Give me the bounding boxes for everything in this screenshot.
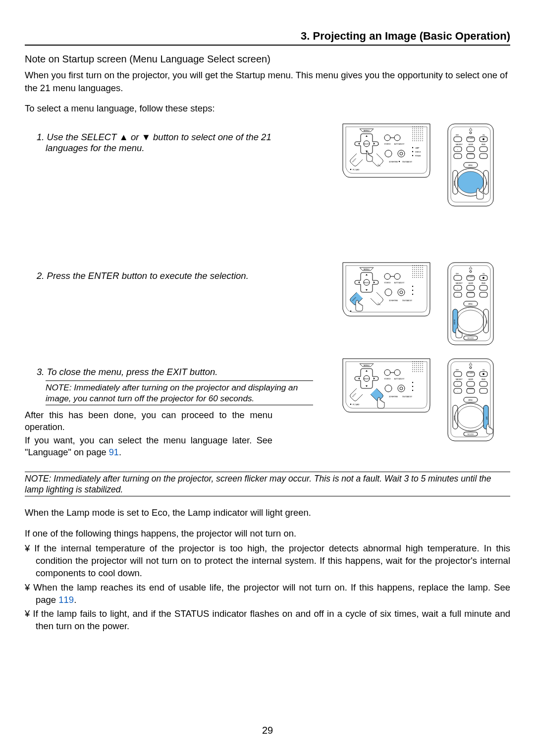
svg-point-64 [412, 140, 413, 141]
svg-text:SELECT: SELECT [364, 378, 370, 380]
svg-text:AUTO ADJUST: AUTO ADJUST [394, 378, 405, 380]
svg-point-112 [385, 289, 392, 296]
startup-lead: To select a menu language, follow these … [25, 102, 510, 115]
svg-point-190 [458, 310, 483, 332]
svg-text:EXIT: EXIT [485, 416, 487, 420]
svg-text:AUTO ADJUST: AUTO ADJUST [394, 282, 405, 284]
svg-point-161 [422, 277, 423, 277]
svg-point-114 [400, 291, 403, 294]
svg-text:ENTER: ENTER [352, 158, 357, 163]
svg-point-57 [422, 136, 423, 137]
svg-text:–: – [457, 390, 458, 392]
svg-point-38 [420, 130, 421, 131]
svg-point-242 [422, 369, 423, 370]
svg-point-113 [398, 289, 405, 296]
select-pad: SELECT – + [354, 134, 379, 154]
svg-text:ENTER: ENTER [454, 415, 456, 421]
svg-point-152 [416, 275, 417, 275]
svg-text:MAGNIFY: MAGNIFY [456, 144, 463, 146]
svg-text:3D REFORM: 3D REFORM [389, 396, 398, 398]
bullet-3: ¥ If the lamp fails to light, and if the… [25, 608, 510, 633]
step-1: 1. Use the SELECT ▲ or ▼ button to selec… [37, 132, 274, 154]
svg-point-153 [418, 275, 419, 275]
svg-text:SOURCE: SOURCE [384, 378, 391, 380]
bullet-1: ¥ If the internal temperature of the pro… [25, 542, 510, 579]
svg-text:+: + [457, 383, 458, 385]
svg-text:AUTO ADJUST: AUTO ADJUST [394, 143, 405, 145]
svg-point-255 [470, 367, 472, 369]
page-link-119[interactable]: 119 [58, 594, 74, 605]
svg-text:EXIT: EXIT [377, 302, 381, 306]
page: 3. Projecting an Image (Basic Operation)… [0, 0, 535, 756]
svg-point-68 [420, 140, 421, 141]
remote-diagram-1: OFF POWER ON MAGNIFY LASER PAGE + POINTE… [446, 123, 495, 207]
svg-rect-90 [480, 147, 487, 152]
svg-point-47 [414, 134, 415, 135]
svg-point-56 [420, 136, 421, 137]
svg-text:+: + [457, 149, 458, 151]
svg-point-225 [412, 365, 413, 366]
svg-point-234 [418, 367, 419, 368]
svg-point-46 [412, 134, 413, 135]
hand-icon [486, 424, 493, 434]
svg-point-117 [412, 285, 413, 286]
svg-rect-95 [480, 154, 487, 159]
svg-point-63 [422, 138, 423, 139]
svg-text:–: – [457, 294, 458, 296]
svg-point-230 [422, 365, 423, 366]
svg-point-217 [420, 361, 421, 362]
step-3: 3. To close the menu, press the EXIT but… [37, 367, 274, 378]
svg-rect-274 [480, 388, 487, 393]
svg-point-150 [412, 275, 413, 275]
svg-point-210 [412, 381, 413, 382]
svg-point-237 [412, 369, 413, 370]
svg-point-49 [418, 134, 419, 135]
svg-point-143 [422, 271, 423, 271]
svg-point-174 [482, 277, 484, 279]
svg-text:3D REFORM: 3D REFORM [389, 161, 398, 163]
svg-text:OFF: OFF [456, 273, 459, 275]
svg-point-218 [422, 361, 423, 362]
svg-point-205 [385, 385, 392, 392]
svg-point-138 [412, 271, 413, 271]
svg-point-36 [416, 130, 417, 131]
svg-text:ON: ON [482, 134, 485, 136]
svg-point-76 [470, 132, 472, 134]
svg-point-139 [414, 271, 415, 271]
svg-point-241 [420, 369, 421, 370]
svg-point-223 [420, 363, 421, 364]
svg-point-120 [412, 265, 413, 266]
svg-point-200 [384, 370, 390, 376]
svg-point-145 [414, 273, 415, 273]
svg-text:POWER: POWER [468, 372, 474, 374]
wont-turn-lead: If one of the following things happens, … [25, 527, 510, 540]
svg-point-125 [422, 265, 423, 266]
svg-point-32 [420, 128, 421, 129]
svg-point-51 [422, 134, 423, 135]
svg-point-11 [398, 150, 405, 157]
svg-text:MENU: MENU [364, 268, 370, 270]
svg-point-240 [418, 369, 419, 370]
svg-text:3D REFORM: 3D REFORM [389, 300, 398, 302]
svg-point-226 [414, 365, 415, 366]
svg-point-207 [400, 387, 403, 390]
startup-intro: When you first turn on the projector, yo… [25, 69, 510, 94]
svg-text:SELECT: SELECT [364, 282, 370, 284]
svg-point-232 [414, 367, 415, 368]
svg-text:MENU: MENU [469, 164, 473, 166]
after-p1: After this has been done, you can procee… [25, 409, 272, 433]
svg-rect-180 [467, 285, 475, 290]
projector-panel-diagram-2: SELECT MENU SOURCE AUTO ADJUST 3D REFORM… [342, 262, 431, 331]
svg-point-213 [412, 361, 413, 362]
svg-point-236 [422, 367, 423, 368]
svg-text:+: + [457, 287, 458, 289]
svg-text:ENTER: ENTER [454, 180, 456, 186]
svg-text:OFF: OFF [456, 134, 459, 136]
svg-point-219 [412, 363, 413, 364]
svg-point-212 [412, 389, 413, 390]
svg-point-25 [418, 126, 419, 127]
svg-point-214 [414, 361, 415, 362]
svg-point-119 [412, 293, 413, 294]
page-link-91[interactable]: 91 [109, 447, 119, 457]
svg-point-26 [420, 126, 421, 127]
